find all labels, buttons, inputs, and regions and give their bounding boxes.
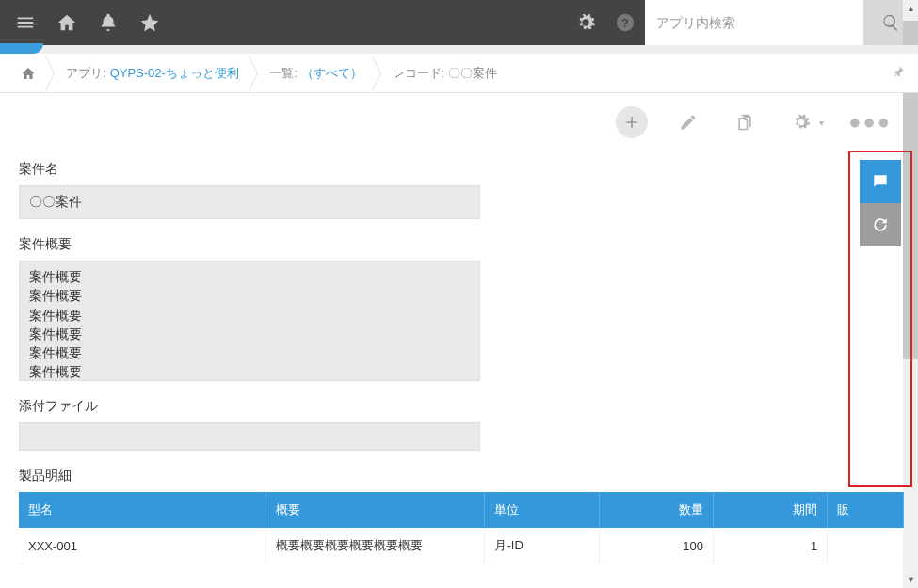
history-tab[interactable] [860, 203, 901, 246]
table-header-row: 型名概要単位数量期間販 [19, 492, 904, 528]
menu-icon[interactable] [6, 0, 45, 45]
field-product-detail: 製品明細 型名概要単位数量期間販 XXX-001概要概要概要概要概要概要月-ID… [19, 468, 899, 564]
case-summary-label: 案件概要 [19, 236, 899, 253]
attachment-label: 添付ファイル [19, 398, 899, 415]
cell-model: XXX-001 [19, 528, 266, 564]
field-case-summary: 案件概要 案件概要案件概要案件概要案件概要案件概要案件概要 [19, 236, 899, 381]
star-icon[interactable] [130, 0, 169, 45]
cell-unit: 月-ID [485, 528, 599, 564]
col-qty: 数量 [599, 492, 713, 528]
col-unit: 単位 [485, 492, 599, 528]
copy-button[interactable] [729, 106, 761, 138]
breadcrumb-home[interactable] [9, 66, 47, 81]
col-period: 期間 [713, 492, 827, 528]
table-row[interactable]: XXX-001概要概要概要概要概要概要月-ID1001 [19, 528, 904, 564]
search-input-wrap [645, 0, 863, 45]
breadcrumb-record: レコード: 〇〇案件 [381, 65, 509, 82]
pin-icon[interactable] [892, 65, 905, 81]
breadcrumb-bar: アプリ: QYPS-02-ちょっと便利 一覧: （すべて） レコード: 〇〇案件 [0, 54, 918, 93]
col-model: 型名 [19, 492, 266, 528]
breadcrumb-app-link[interactable]: QYPS-02-ちょっと便利 [110, 65, 239, 82]
product-detail-table: 型名概要単位数量期間販 XXX-001概要概要概要概要概要概要月-ID1001 [19, 492, 904, 564]
bell-icon[interactable] [89, 0, 128, 45]
col-summary: 概要 [266, 492, 485, 528]
more-menu[interactable]: ●●● [848, 110, 892, 135]
breadcrumb-view-prefix: 一覧: [269, 65, 298, 82]
record-toolbar: ▾ ●●● [0, 93, 918, 151]
svg-text:?: ? [621, 16, 629, 30]
col-sale: 販 [828, 492, 904, 528]
help-icon[interactable]: ? [605, 0, 645, 45]
gear-icon[interactable] [566, 0, 605, 45]
add-button[interactable] [616, 106, 648, 138]
side-panel-tabs [860, 160, 901, 246]
record-body: 案件名 〇〇案件 案件概要 案件概要案件概要案件概要案件概要案件概要案件概要 添… [0, 151, 918, 564]
case-summary-value[interactable]: 案件概要案件概要案件概要案件概要案件概要案件概要 [19, 261, 480, 381]
breadcrumb-view-link[interactable]: （すべて） [301, 65, 362, 82]
product-detail-label: 製品明細 [19, 468, 899, 485]
home-icon[interactable] [47, 0, 87, 45]
breadcrumb-app-prefix: アプリ: [66, 65, 106, 82]
edit-button[interactable] [672, 106, 704, 138]
breadcrumb-record-name: 〇〇案件 [448, 65, 497, 82]
case-name-value: 〇〇案件 [19, 185, 480, 219]
breadcrumb-record-prefix: レコード: [393, 65, 445, 82]
search-input[interactable] [656, 15, 852, 30]
cell-period: 1 [713, 528, 827, 564]
field-case-name: 案件名 〇〇案件 [19, 161, 899, 219]
case-name-label: 案件名 [19, 161, 899, 178]
global-header: ? [0, 0, 918, 45]
app-tab-indicator [0, 45, 918, 54]
cell-sale [828, 528, 904, 564]
settings-gear-icon [785, 106, 817, 138]
cell-summary: 概要概要概要概要概要概要 [266, 528, 485, 564]
breadcrumb-view[interactable]: 一覧: （すべて） [258, 65, 374, 82]
breadcrumb-app[interactable]: アプリ: QYPS-02-ちょっと便利 [55, 65, 250, 82]
settings-menu[interactable]: ▾ [785, 106, 824, 138]
comments-tab[interactable] [860, 160, 901, 203]
attachment-value [19, 422, 480, 451]
cell-qty: 100 [599, 528, 713, 564]
field-attachment: 添付ファイル [19, 398, 899, 451]
chevron-down-icon: ▾ [819, 118, 824, 128]
